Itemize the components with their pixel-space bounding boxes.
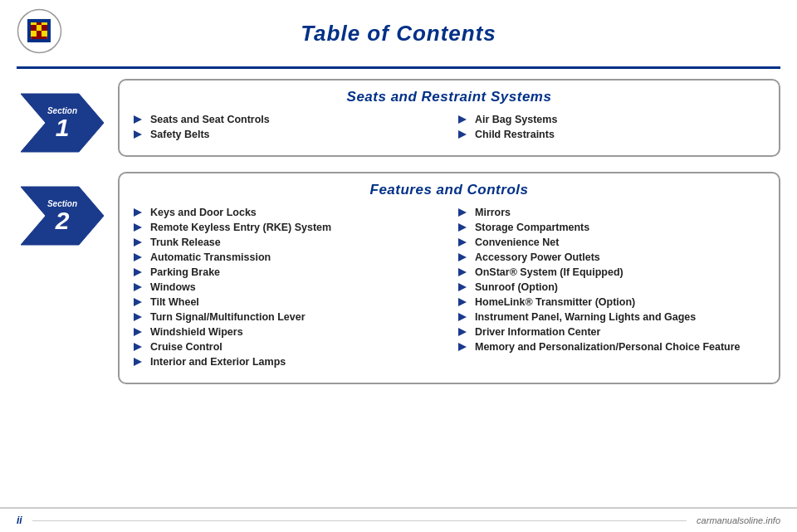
list-item[interactable]: HomeLink® Transmitter (Option): [457, 296, 765, 308]
arrow-icon: [133, 129, 144, 140]
list-item[interactable]: Accessory Power Outlets: [457, 251, 765, 263]
svg-marker-18: [458, 115, 467, 124]
section-1-cols: Seats and Seat Controls Safety Belts: [133, 114, 765, 144]
svg-marker-12: [47, 19, 51, 42]
list-item[interactable]: Keys and Door Locks: [133, 207, 441, 218]
section-1-box: Seats and Restraint Systems Seats and Se…: [118, 79, 780, 157]
arrow-icon: [457, 326, 469, 338]
list-item[interactable]: Convenience Net: [457, 237, 765, 248]
list-item[interactable]: Automatic Transmission: [133, 251, 441, 263]
svg-marker-35: [458, 253, 467, 261]
svg-rect-8: [31, 31, 37, 37]
svg-marker-27: [134, 298, 142, 306]
cadillac-logo: [17, 8, 62, 54]
svg-rect-6: [37, 25, 42, 31]
list-item[interactable]: Instrument Panel, Warning Lights and Gag…: [457, 311, 765, 323]
list-item[interactable]: Remote Keyless Entry (RKE) System: [133, 222, 441, 233]
arrow-icon: [457, 129, 469, 140]
arrow-icon: [133, 114, 144, 125]
list-item[interactable]: Parking Brake: [133, 266, 441, 278]
section-2-col2: Mirrors Storage Compartments Convenience…: [457, 207, 765, 371]
arrow-icon: [133, 222, 144, 233]
arrow-icon: [457, 266, 469, 278]
arrow-icon: [133, 237, 144, 248]
section-2-col1: Keys and Door Locks Remote Keyless Entry…: [133, 207, 441, 371]
svg-marker-14: [27, 39, 51, 42]
svg-marker-30: [134, 343, 142, 351]
list-item[interactable]: Seats and Seat Controls: [133, 114, 441, 125]
section-2-number: 2: [47, 208, 77, 233]
arrow-icon: [457, 222, 469, 233]
section-1-number: 1: [47, 115, 77, 140]
arrow-icon: [457, 296, 469, 308]
page-number: ii: [17, 515, 22, 526]
list-item[interactable]: Interior and Exterior Lamps: [133, 356, 441, 368]
arrow-icon: [457, 281, 469, 293]
arrow-icon: [457, 114, 469, 125]
section-1-badge-text: Section 1: [47, 106, 77, 140]
list-item[interactable]: Tilt Wheel: [133, 296, 441, 308]
main-content: Section 1 Seats and Restraint Systems Se…: [0, 69, 797, 406]
list-item[interactable]: Safety Belts: [133, 129, 441, 140]
svg-marker-37: [458, 283, 467, 291]
svg-marker-23: [134, 238, 142, 246]
section-2-title: Features and Controls: [133, 182, 765, 198]
section-2-row: Section 2 Features and Controls Keys and…: [17, 172, 780, 384]
svg-marker-38: [458, 298, 467, 306]
svg-marker-11: [27, 19, 31, 42]
page-title: Table of Contents: [301, 21, 496, 46]
svg-marker-16: [134, 115, 142, 124]
list-item[interactable]: Trunk Release: [133, 237, 441, 248]
list-item[interactable]: Driver Information Center: [457, 326, 765, 338]
arrow-icon: [457, 207, 469, 218]
list-item[interactable]: Memory and Personalization/Personal Choi…: [457, 341, 765, 353]
svg-marker-17: [134, 130, 142, 139]
arrow-icon: [457, 311, 469, 323]
svg-marker-13: [27, 19, 51, 22]
list-item[interactable]: Air Bag Systems: [457, 114, 765, 125]
list-item[interactable]: OnStar® System (If Equipped): [457, 266, 765, 278]
svg-marker-26: [134, 283, 142, 291]
arrow-icon: [133, 341, 144, 353]
arrow-icon: [457, 341, 469, 353]
list-item[interactable]: Cruise Control: [133, 341, 441, 353]
svg-marker-34: [458, 238, 467, 246]
svg-marker-21: [134, 208, 142, 217]
svg-marker-28: [134, 313, 142, 321]
section-1-row: Section 1 Seats and Restraint Systems Se…: [17, 79, 780, 160]
section-1-col2: Air Bag Systems Child Restraints: [457, 114, 765, 144]
svg-marker-25: [134, 268, 142, 276]
svg-marker-24: [134, 253, 142, 261]
footer: ii carmanualsoline.info: [0, 507, 797, 532]
list-item[interactable]: Child Restraints: [457, 129, 765, 140]
section-2-badge-text: Section 2: [47, 199, 77, 233]
arrow-icon: [133, 207, 144, 218]
svg-marker-33: [458, 223, 467, 232]
svg-rect-10: [42, 31, 47, 37]
list-item[interactable]: Turn Signal/Multifunction Lever: [133, 311, 441, 323]
section-2-badge: Section 2: [17, 178, 108, 253]
arrow-icon: [133, 281, 144, 293]
svg-rect-9: [37, 31, 42, 37]
section-1-col1: Seats and Seat Controls Safety Belts: [133, 114, 441, 144]
svg-marker-32: [458, 208, 467, 217]
svg-marker-40: [458, 328, 467, 336]
list-item[interactable]: Storage Compartments: [457, 222, 765, 233]
list-item[interactable]: Mirrors: [457, 207, 765, 218]
header: Table of Contents: [0, 0, 797, 66]
list-item[interactable]: Windshield Wipers: [133, 326, 441, 338]
list-item[interactable]: Sunroof (Option): [457, 281, 765, 293]
svg-marker-29: [134, 328, 142, 336]
arrow-icon: [457, 237, 469, 248]
section-2-cols: Keys and Door Locks Remote Keyless Entry…: [133, 207, 765, 371]
footer-brand: carmanualsoline.info: [697, 515, 780, 525]
section-1-badge: Section 1: [17, 85, 108, 160]
arrow-icon: [133, 326, 144, 338]
arrow-icon: [457, 251, 469, 263]
section-2-box: Features and Controls Keys and Door Lock…: [118, 172, 780, 384]
list-item[interactable]: Windows: [133, 281, 441, 293]
svg-rect-5: [31, 25, 37, 31]
footer-line: [32, 520, 687, 521]
section-1-title: Seats and Restraint Systems: [133, 89, 765, 105]
svg-marker-22: [134, 223, 142, 232]
